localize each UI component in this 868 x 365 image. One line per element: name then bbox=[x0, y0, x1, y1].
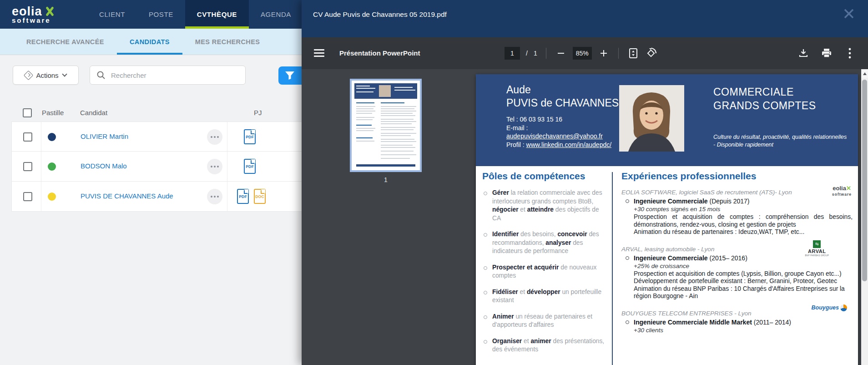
attachments: PDF bbox=[244, 129, 256, 144]
zoom-in-button[interactable] bbox=[598, 47, 610, 59]
cv-header-band: Aude PUVIS de CHAVANNES Tel : 06 03 93 1… bbox=[476, 74, 858, 166]
pdf-file-icon[interactable]: PDF bbox=[244, 129, 256, 144]
col-candidat: Candidat bbox=[80, 109, 107, 117]
actions-label: Actions bbox=[36, 71, 58, 79]
more-options-icon[interactable] bbox=[844, 48, 855, 59]
actions-button[interactable]: Actions bbox=[13, 66, 79, 85]
download-icon[interactable] bbox=[798, 48, 809, 59]
cv-experience-column: Expériences professionnelles eolia✕softw… bbox=[621, 171, 853, 343]
experience-heading: Expériences professionnelles bbox=[621, 171, 853, 182]
menu-icon[interactable] bbox=[314, 49, 324, 57]
scroll-up-arrow[interactable] bbox=[861, 69, 868, 78]
subnav-tab-candidats[interactable]: CANDIDATS bbox=[130, 29, 170, 55]
candidate-link[interactable]: OLIVIER Martin bbox=[81, 132, 128, 140]
cv-email-link[interactable]: audepuvisdechavannes@yahoo.fr bbox=[506, 132, 603, 140]
chevron-down-icon bbox=[62, 71, 67, 76]
cv-column-divider bbox=[612, 172, 613, 365]
experience-detail: Prospection et acquisition de comptes (L… bbox=[621, 270, 853, 278]
experience-title: Ingenieure Commerciale (2015– 2016) bbox=[621, 254, 853, 262]
row-more-button[interactable] bbox=[207, 159, 222, 174]
competences-list: Gérer la relation commerciale avec des i… bbox=[482, 189, 607, 354]
competence-item: Animer un réseau de partenaires et d'app… bbox=[482, 313, 607, 330]
pdf-page-controls: 1 / 1 85% bbox=[505, 37, 657, 69]
zoom-level[interactable]: 85% bbox=[573, 47, 592, 60]
nav-item-poste[interactable]: POSTE bbox=[137, 0, 185, 29]
experience-entry: ⇆ARVALBNP PARIBAS GROUP ARVAL, leasing a… bbox=[621, 246, 853, 300]
candidate-link[interactable]: BODSON Malo bbox=[81, 162, 127, 170]
rotate-icon[interactable] bbox=[645, 47, 657, 59]
page-number-input[interactable]: 1 bbox=[505, 47, 520, 60]
scrollbar-thumb[interactable] bbox=[862, 80, 867, 281]
page-total: 1 bbox=[534, 50, 537, 57]
thumbnail-preview bbox=[350, 79, 422, 172]
nav-item-client[interactable]: CLIENT bbox=[87, 0, 137, 29]
row-more-button[interactable] bbox=[207, 189, 222, 204]
select-all-checkbox[interactable] bbox=[23, 108, 32, 117]
experience-entry: Bouygues BOUYGUES TELECOM ENTREPRISES - … bbox=[621, 310, 853, 334]
pastille-dot bbox=[48, 193, 56, 201]
nav-item-agenda[interactable]: AGENDA bbox=[249, 0, 303, 29]
row-more-button[interactable] bbox=[207, 129, 222, 145]
experience-detail: Prospection et acquisition de comptes : … bbox=[621, 213, 853, 228]
page-thumbnail[interactable]: 1 bbox=[350, 79, 422, 183]
candidate-link[interactable]: PUVIS DE CHAVANNES Aude bbox=[81, 192, 173, 200]
search-box bbox=[90, 66, 246, 85]
close-icon[interactable] bbox=[842, 7, 856, 20]
experience-title: Ingenieure Commerciale Middle Market (20… bbox=[621, 319, 853, 326]
cv-role-title: COMMERCIALE GRANDS COMPTES bbox=[713, 85, 816, 112]
experience-list: eolia✕software EOLIA SOFTWARE, logiciel … bbox=[621, 189, 853, 334]
experience-detail: Animation du réseau de partenaires : Ide… bbox=[621, 228, 853, 236]
doc-file-icon[interactable]: DOC bbox=[254, 189, 266, 204]
search-input[interactable] bbox=[111, 71, 239, 79]
pdf-file-icon[interactable]: PDF bbox=[237, 189, 249, 204]
subnav-tab-recherche-avancée[interactable]: RECHERCHE AVANCÉE bbox=[26, 29, 104, 55]
cv-contact: Tel : 06 03 93 15 16 E-mail : audepuvisd… bbox=[506, 115, 611, 149]
print-icon[interactable] bbox=[821, 48, 832, 59]
col-pj: PJ bbox=[254, 109, 262, 117]
pdf-toolbar: Présentation PowerPoint 1 / 1 85% bbox=[302, 37, 868, 69]
experience-company: EOLIA SOFTWARE, logiciel SaaS de recrute… bbox=[621, 189, 853, 196]
experience-detail: Développement de portefeuille existant :… bbox=[621, 278, 853, 285]
experience-highlight: +30 comptes signés en 15 mois bbox=[621, 206, 853, 213]
divider bbox=[546, 48, 546, 59]
brand-sub: software bbox=[12, 17, 87, 24]
row-checkbox[interactable] bbox=[23, 192, 32, 201]
experience-highlight: +30 clients bbox=[621, 327, 853, 334]
zoom-out-button[interactable] bbox=[555, 47, 567, 59]
pdf-scrollbar[interactable] bbox=[861, 69, 868, 365]
screen: eolia software CLIENTPOSTECVTHÈQUEAGENDA… bbox=[0, 0, 868, 365]
modal-header: CV Aude Puvis de Chavannes 05 2019.pdf bbox=[302, 0, 868, 37]
brand-name: eolia bbox=[12, 6, 42, 17]
competence-item: Organiser et animer des présentations, d… bbox=[482, 337, 607, 354]
fit-page-icon[interactable] bbox=[627, 47, 639, 59]
eolia-logo-icon: eolia✕software bbox=[832, 185, 852, 197]
cv-page: Aude PUVIS de CHAVANNES Tel : 06 03 93 1… bbox=[476, 74, 858, 365]
competence-item: Fidéliser et développer un portefeuille … bbox=[482, 288, 607, 305]
subnav-tab-mes-recherches[interactable]: MES RECHERCHES bbox=[195, 29, 260, 55]
pdf-content-area: 1 Aude PUVIS de CHAVANNES Tel : 06 03 93… bbox=[302, 69, 868, 365]
cv-linkedin-link[interactable]: www.linkedin.com/in/audepdc/ bbox=[526, 141, 612, 148]
attachments: PDF bbox=[244, 159, 256, 174]
cv-name: Aude PUVIS de CHAVANNES bbox=[506, 83, 619, 110]
page-separator: / bbox=[526, 50, 528, 57]
modal-title: CV Aude Puvis de Chavannes 05 2019.pdf bbox=[313, 10, 447, 19]
pdf-doc-title: Présentation PowerPoint bbox=[339, 49, 420, 57]
pastille-dot bbox=[48, 162, 56, 171]
row-checkbox[interactable] bbox=[23, 132, 32, 142]
pastille-dot bbox=[48, 133, 56, 141]
thumbnail-page-number: 1 bbox=[350, 176, 422, 183]
filter-funnel-icon bbox=[285, 71, 295, 80]
cv-preview-modal: CV Aude Puvis de Chavannes 05 2019.pdf P… bbox=[302, 0, 868, 365]
cv-competences-column: Pôles de compétences Gérer la relation c… bbox=[482, 171, 607, 362]
pdf-file-icon[interactable]: PDF bbox=[244, 159, 256, 174]
experience-detail: Animation du réseau BNP Paribas : 10 Cha… bbox=[621, 285, 853, 300]
attachments: PDFDOC bbox=[237, 189, 266, 204]
competence-item: Gérer la relation commerciale avec des i… bbox=[482, 189, 607, 223]
competences-heading: Pôles de compétences bbox=[482, 171, 607, 182]
nav-item-cvthèque[interactable]: CVTHÈQUE bbox=[185, 0, 249, 29]
bouygues-logo-icon: Bouygues bbox=[812, 304, 847, 311]
divider bbox=[618, 48, 619, 59]
experience-highlight: +25% de croissance bbox=[621, 263, 853, 269]
row-checkbox[interactable] bbox=[23, 162, 32, 171]
eolia-logo[interactable]: eolia software bbox=[0, 0, 87, 29]
